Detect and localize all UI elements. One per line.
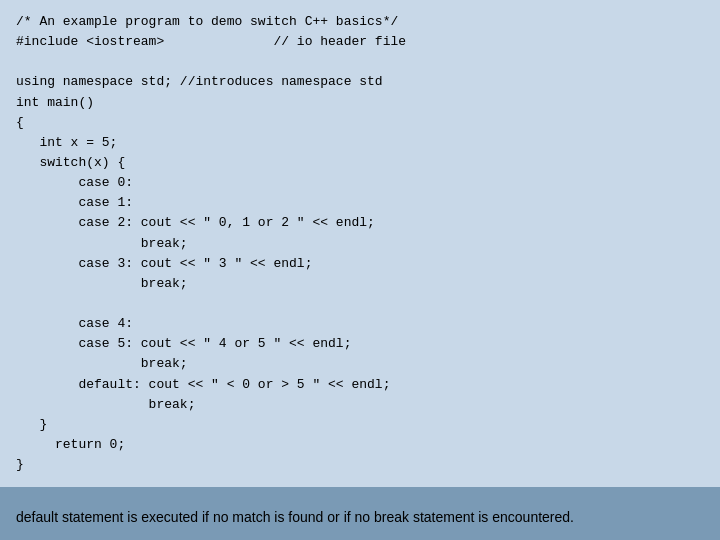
footer-bar: default statement is executed if no matc… — [0, 487, 720, 540]
footer-text: default statement is executed if no matc… — [16, 507, 574, 528]
code-display: /* An example program to demo switch C++… — [0, 0, 720, 487]
main-container: /* An example program to demo switch C++… — [0, 0, 720, 540]
